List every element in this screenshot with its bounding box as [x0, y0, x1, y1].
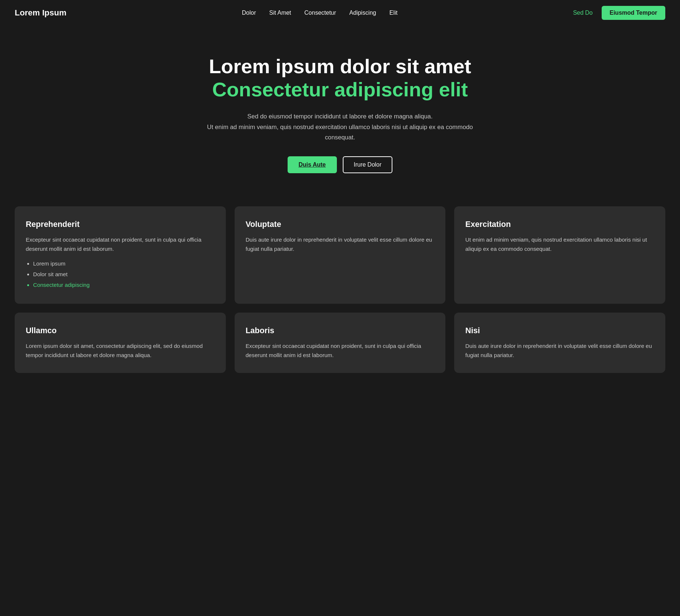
card-title-4: Laboris [246, 326, 435, 335]
nav-links: Dolor Sit Amet Consectetur Adipiscing El… [242, 10, 398, 16]
nav-sed-do-link[interactable]: Sed Do [573, 10, 592, 16]
hero-subtitle-line2: Ut enim ad minim veniam, quis nostrud ex… [207, 124, 473, 141]
list-item: Dolor sit amet [33, 269, 215, 280]
card-5: NisiDuis aute irure dolor in reprehender… [454, 313, 665, 373]
card-title-5: Nisi [465, 326, 654, 335]
card-title-3: Ullamco [26, 326, 215, 335]
nav-link-adipiscing[interactable]: Adipiscing [349, 10, 376, 16]
card-3: UllamcoLorem ipsum dolor sit amet, conse… [15, 313, 226, 373]
nav-link-consectetur[interactable]: Consectetur [305, 10, 336, 16]
card-list-0: Lorem ipsumDolor sit ametConsectetur adi… [26, 259, 215, 291]
card-4: LaborisExcepteur sint occaecat cupidatat… [235, 313, 446, 373]
list-item: Consectetur adipiscing [33, 280, 215, 291]
card-body-3: Lorem ipsum dolor sit amet, consectetur … [26, 341, 215, 360]
cards-grid: ReprehenderitExcepteur sint occaecat cup… [15, 206, 665, 373]
hero-subtitle-line1: Sed do eiusmod tempor incididunt ut labo… [248, 113, 433, 120]
hero-section: Lorem ipsum dolor sit amet Consectetur a… [0, 26, 680, 195]
card-body-4: Excepteur sint occaecat cupidatat non pr… [246, 341, 435, 360]
card-0: ReprehenderitExcepteur sint occaecat cup… [15, 206, 226, 304]
cards-section: ReprehenderitExcepteur sint occaecat cup… [0, 195, 680, 395]
card-title-2: Exercitation [465, 220, 654, 229]
card-body-5: Duis aute irure dolor in reprehenderit i… [465, 341, 654, 360]
card-1: VoluptateDuis aute irure dolor in repreh… [235, 206, 446, 304]
card-body-2: Ut enim ad minim veniam, quis nostrud ex… [465, 235, 654, 253]
card-title-1: Voluptate [246, 220, 435, 229]
hero-buttons: Duis Aute Irure Dolor [7, 156, 673, 173]
navbar: Lorem Ipsum Dolor Sit Amet Consectetur A… [0, 0, 680, 26]
hero-subtitle: Sed do eiusmod tempor incididunt ut labo… [200, 111, 480, 143]
nav-logo: Lorem Ipsum [15, 8, 67, 18]
card-title-0: Reprehenderit [26, 220, 215, 229]
nav-right: Sed Do Eiusmod Tempor [573, 6, 665, 20]
card-body-1: Duis aute irure dolor in reprehenderit i… [246, 235, 435, 253]
card-2: ExercitationUt enim ad minim veniam, qui… [454, 206, 665, 304]
list-item: Lorem ipsum [33, 259, 215, 269]
nav-link-elit[interactable]: Elit [389, 10, 398, 16]
hero-title-white: Lorem ipsum dolor sit amet [7, 55, 673, 78]
hero-primary-button[interactable]: Duis Aute [288, 156, 337, 173]
hero-title-green: Consectetur adipiscing elit [7, 78, 673, 102]
nav-link-sit-amet[interactable]: Sit Amet [269, 10, 291, 16]
nav-link-dolor[interactable]: Dolor [242, 10, 256, 16]
nav-cta-button[interactable]: Eiusmod Tempor [602, 6, 666, 20]
card-body-0: Excepteur sint occaecat cupidatat non pr… [26, 235, 215, 253]
hero-secondary-button[interactable]: Irure Dolor [343, 156, 393, 173]
